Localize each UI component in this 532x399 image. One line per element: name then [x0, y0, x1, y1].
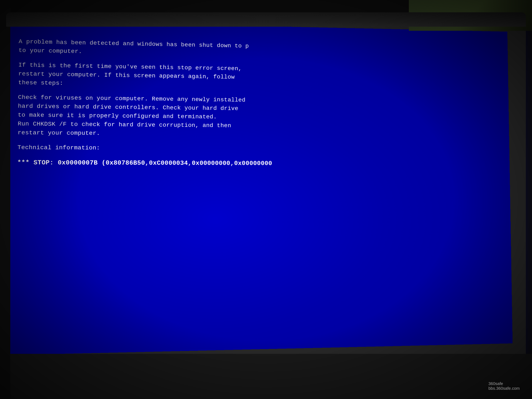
bsod-intro-paragraph: A problem has been detected and windows … [19, 37, 496, 64]
left-background [0, 0, 10, 399]
bottom-background [0, 354, 532, 399]
bsod-line-11: Technical information: [18, 143, 498, 154]
bsod-technical-label: Technical information: [18, 143, 498, 154]
bsod-first-time-paragraph: If this is the first time you've seen th… [18, 61, 497, 94]
watermark-text: 360safebbs.360safe.com [488, 381, 520, 391]
watermark: 360safebbs.360safe.com [488, 381, 520, 391]
bsod-content: A problem has been detected and windows … [2, 20, 513, 355]
monitor-top-bezel [6, 12, 526, 27]
bsod-stop-code: *** STOP: 0x0000007B (0x80786B50,0xC0000… [17, 158, 498, 169]
bsod-stop-code-paragraph: *** STOP: 0x0000007B (0x80786B50,0xC0000… [17, 158, 498, 169]
bsod-check-paragraph: Check for viruses on your computer. Remo… [18, 93, 498, 140]
bsod-screen: A problem has been detected and windows … [2, 20, 513, 355]
